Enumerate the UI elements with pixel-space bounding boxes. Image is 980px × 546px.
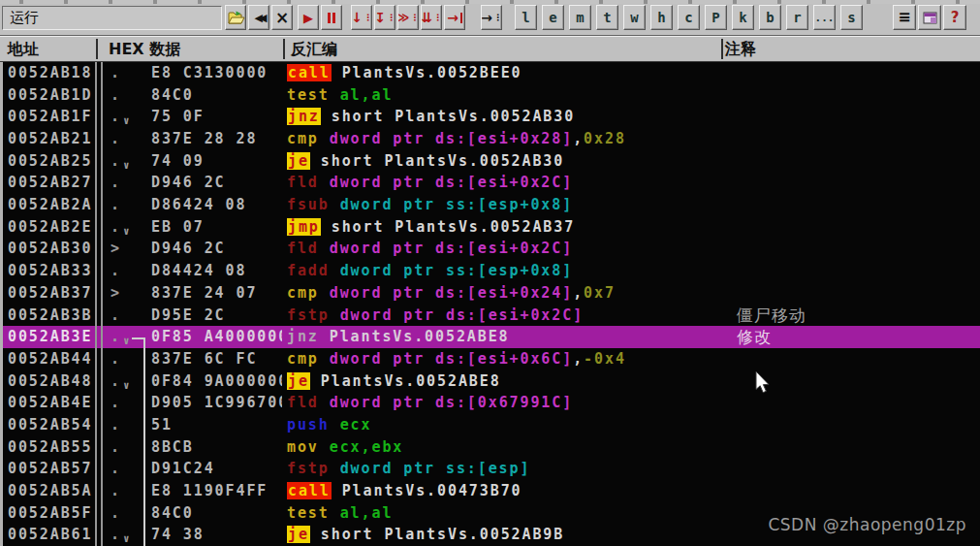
window-button-k[interactable]: k xyxy=(732,5,754,30)
column-divider[interactable] xyxy=(96,39,98,59)
disasm-row[interactable]: 0052AB30>D946 2Cfld dword ptr ds:[esi+0x… xyxy=(0,238,980,260)
disasm-row[interactable]: 0052AB54.51push ecx xyxy=(0,414,980,436)
step-into-button[interactable]: ↓⋮ xyxy=(351,5,372,30)
goto-button[interactable]: →⋮ xyxy=(481,5,502,30)
flow-marker: . xyxy=(111,305,119,327)
hex-bytes-cell: D84424 08 xyxy=(151,260,282,282)
hex-bytes-cell: 74 38 xyxy=(151,524,282,546)
window-button-l[interactable]: l xyxy=(515,5,537,30)
instruction-segment: jmp xyxy=(287,218,321,236)
instruction-segment: 0x7 xyxy=(584,284,616,302)
windows-button[interactable] xyxy=(918,5,941,30)
disasm-cell: fld dword ptr ds:[0x67991C] xyxy=(287,392,573,414)
table-divider-line xyxy=(95,62,97,546)
instruction-segment: fld xyxy=(287,394,330,411)
disasm-row[interactable]: 0052AB37>837E 24 07cmp dword ptr ds:[esi… xyxy=(0,282,980,305)
run-button[interactable]: ▶ xyxy=(298,5,319,30)
flow-marker-jump-down: .∨ xyxy=(111,150,130,174)
disassembly-pane[interactable]: 0052AB18.E8 C3130000call PlantsVs.0052BE… xyxy=(0,62,980,546)
instruction-segment: short PlantsVs.0052AB30 xyxy=(321,108,575,125)
instruction-segment: -0x4 xyxy=(584,350,626,368)
animate-into-icon: ≫⋮ xyxy=(397,12,419,23)
instruction-segment: fsub xyxy=(287,196,340,213)
pause-button[interactable] xyxy=(321,5,342,30)
hex-bytes-cell: D946 2C xyxy=(151,172,282,194)
instruction-segment: dword ptr ss:[esp+0x8] xyxy=(340,196,573,213)
disasm-cell: cmp dword ptr ds:[esi+0x28],0x28 xyxy=(287,128,626,150)
address-cell: 0052AB5F xyxy=(8,502,92,525)
window-button-r[interactable]: r xyxy=(786,5,808,30)
disasm-row[interactable]: 0052AB2A.D86424 08fsub dword ptr ss:[esp… xyxy=(0,194,980,216)
instruction-segment: PlantsVs.00473B70 xyxy=(332,482,522,499)
disasm-row[interactable]: 0052AB25.∨74 09je short PlantsVs.0052AB3… xyxy=(0,150,980,173)
instruction-segment: jnz xyxy=(287,328,319,345)
disasm-cell: jnz short PlantsVs.0052AB30 xyxy=(287,106,575,128)
window-button-b[interactable]: b xyxy=(759,5,781,30)
instruction-segment: al,al xyxy=(340,504,394,522)
instruction-segment: , xyxy=(573,350,584,368)
open-file-button[interactable] xyxy=(225,5,246,30)
disasm-row[interactable]: 0052AB21.837E 28 28cmp dword ptr ds:[esi… xyxy=(0,128,980,150)
column-divider[interactable] xyxy=(721,39,723,59)
instruction-segment: dword ptr ds:[esi+0x6C] xyxy=(330,350,573,368)
flow-marker: . xyxy=(111,392,119,414)
rewind-icon: ◀◀ xyxy=(255,13,264,23)
disasm-row[interactable]: 0052AB27.D946 2Cfld dword ptr ds:[esi+0x… xyxy=(0,172,980,194)
status-indicator: 运行 xyxy=(2,6,222,30)
disasm-row[interactable]: 0052AB1D.84C0test al,al xyxy=(0,84,980,107)
instruction-segment: fadd xyxy=(287,262,340,279)
window-button-e[interactable]: e xyxy=(542,5,564,30)
watermark: CSDN @zhaopeng01zp xyxy=(768,515,966,534)
disasm-row[interactable]: 0052AB57.D91C24fstp dword ptr ss:[esp] xyxy=(0,458,980,480)
step-over-button[interactable]: ↧⋮ xyxy=(374,5,395,30)
instruction-segment: test xyxy=(287,504,340,522)
animate-into-button[interactable]: ≫⋮ xyxy=(397,5,419,30)
disasm-row[interactable]: 0052AB18.E8 C3130000call PlantsVs.0052BE… xyxy=(0,62,980,84)
instruction-segment: dword ptr ds:[esi+0x24] xyxy=(330,284,573,302)
disasm-row[interactable]: 0052AB1F.∨75 0Fjnz short PlantsVs.0052AB… xyxy=(0,106,980,128)
disasm-row[interactable]: 0052AB3B.D95E 2Cfstp dword ptr ds:[esi+0… xyxy=(0,305,980,327)
restart-button[interactable]: ◀◀ xyxy=(248,5,269,30)
window-button-s[interactable]: s xyxy=(840,5,863,30)
window-button-m[interactable]: m xyxy=(569,5,591,30)
disasm-row[interactable]: 0052AB2E.∨EB 07jmp short PlantsVs.0052AB… xyxy=(0,216,980,239)
instruction-segment: , xyxy=(573,130,584,147)
window-button-w[interactable]: w xyxy=(623,5,646,30)
disasm-cell: mov ecx,ebx xyxy=(287,436,403,459)
instruction-segment: short PlantsVs.0052AB9B xyxy=(310,526,564,543)
hex-bytes-cell: 74 09 xyxy=(151,150,282,173)
disasm-row[interactable]: 0052AB48.∨0F84 9A000000je PlantsVs.0052A… xyxy=(0,370,980,393)
execute-till-return-button[interactable]: → xyxy=(444,5,465,30)
animate-over-button[interactable]: ⇊⋮ xyxy=(421,5,442,30)
disasm-row[interactable]: 0052AB3E.∨0F85 A4000000jnz PlantsVs.0052… xyxy=(0,326,980,348)
column-divider[interactable] xyxy=(283,39,285,59)
instruction-segment: dword ptr ds:[0x67991C] xyxy=(330,394,573,411)
instruction-segment: ecx,ebx xyxy=(330,438,404,456)
instruction-segment: , xyxy=(573,284,584,302)
disasm-cell: jnz PlantsVs.0052ABE8 xyxy=(287,326,510,348)
disasm-row[interactable]: 0052AB33.D84424 08fadd dword ptr ss:[esp… xyxy=(0,260,980,282)
disasm-row[interactable]: 0052AB4E.D905 1C996700fld dword ptr ds:[… xyxy=(0,392,980,414)
disasm-row[interactable]: 0052AB44.837E 6C FCcmp dword ptr ds:[esi… xyxy=(0,348,980,370)
help-button[interactable]: ? xyxy=(943,5,966,30)
disasm-cell: test al,al xyxy=(287,502,393,525)
window-button-more[interactable]: ... xyxy=(813,5,836,30)
window-button-t[interactable]: t xyxy=(596,5,618,30)
window-button-h[interactable]: h xyxy=(650,5,673,30)
flow-marker: . xyxy=(111,84,119,107)
instruction-segment: fstp xyxy=(287,306,340,324)
options-button[interactable]: ≡ xyxy=(893,5,916,30)
instruction-segment: fld xyxy=(287,240,330,257)
window-button-c[interactable]: c xyxy=(678,5,700,30)
comment-cell: 修改 xyxy=(737,326,772,348)
close-button[interactable]: × xyxy=(271,5,293,30)
disasm-cell: call PlantsVs.0052BEE0 xyxy=(287,62,522,84)
hex-bytes-cell: 84C0 xyxy=(151,502,282,525)
disasm-row[interactable]: 0052AB55.8BCBmov ecx,ebx xyxy=(0,436,980,459)
disasm-row[interactable]: 0052AB5A.E8 1190F4FFcall PlantsVs.00473B… xyxy=(0,480,980,502)
flow-marker: . xyxy=(111,502,119,525)
flow-marker: . xyxy=(111,260,119,282)
address-cell: 0052AB25 xyxy=(8,150,92,173)
address-cell: 0052AB1D xyxy=(8,84,92,107)
window-button-P[interactable]: P xyxy=(705,5,727,30)
